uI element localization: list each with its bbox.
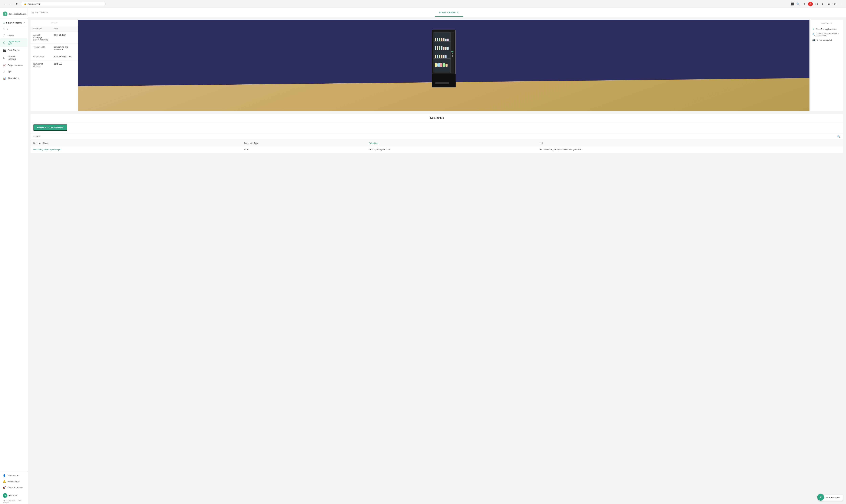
sidebar-item-api[interactable]: ≡ API [0, 69, 28, 75]
sidebar-item-edge-hardware[interactable]: 📈 Edge Hardware [0, 62, 28, 69]
download-icon[interactable]: ⬇ [820, 2, 825, 6]
svg-rect-20 [435, 55, 436, 58]
sidebar-item-label: Documentation [8, 486, 22, 489]
more-menu-icon[interactable]: ⋮ [839, 2, 843, 6]
svg-rect-19 [447, 47, 449, 50]
sidebar-item-vision-ai-software[interactable]: ⊡ Vision AI Software [0, 53, 28, 62]
url-text: app.percv.ai [28, 3, 40, 5]
rotation-icon: ✦ [812, 28, 814, 31]
sidebar-item-label: Vision AI Software [7, 55, 25, 60]
svg-rect-27 [437, 63, 440, 67]
sidebar-item-label: Home [8, 34, 14, 37]
value-cell: 0.5m x 0.15m [51, 32, 78, 43]
reload-button[interactable]: ↻ [14, 2, 19, 6]
svg-rect-7 [437, 38, 438, 41]
svg-rect-34 [451, 51, 453, 52]
zoom-hint: 🔍 Use mouse scroll wheel to zoom in/out [812, 33, 841, 37]
sidebar-item-home[interactable]: ⌂ Home [0, 32, 28, 38]
sidebar-toggle-icon[interactable]: ▣ [826, 2, 831, 6]
main-content: ⊞ DVT SPECS MODEL VIEWER ↻ SPECS [28, 8, 846, 504]
doc-uid-column: Uid [537, 140, 843, 146]
sidebar-item-label: Digital Vision Twin [8, 40, 25, 45]
doc-submitted-column[interactable]: Submitted ↓ [366, 140, 537, 146]
sidebar-bottom: 👤 My Account 🔔 Notifications 🚀 Documenta… [0, 471, 28, 492]
viewer-section: SPECS Parameter Value Area of Coverage (… [31, 20, 843, 111]
refresh-icon[interactable]: ↻ [6, 28, 8, 30]
data-engine-icon: 🎬 [3, 49, 6, 52]
specs-table: Parameter Value Area of Coverage (Width … [31, 26, 78, 70]
nav-buttons: ← → ↻ [3, 2, 19, 6]
param-cell: Type of Light [31, 43, 51, 53]
profile-icon[interactable]: 2 [808, 2, 813, 6]
sun-icon[interactable]: ☀ [3, 28, 5, 30]
project-selector[interactable]: ⬡ Smart-Vending ▼ [0, 20, 28, 26]
search-input[interactable] [33, 134, 836, 139]
tab-model-viewer[interactable]: MODEL VIEWER ↻ [435, 8, 463, 17]
forward-button[interactable]: → [8, 2, 13, 6]
help-button[interactable]: ? [817, 494, 824, 501]
svg-rect-36 [435, 82, 449, 84]
project-name: Smart-Vending [6, 21, 22, 24]
documents-search: 🔍 [31, 133, 843, 140]
user-profile[interactable]: d demo@iridalabs.com [0, 10, 28, 18]
notifications-icon: 🔔 [3, 480, 6, 483]
sidebar-item-label: Data Engine [8, 49, 20, 51]
tab-feedback-documents[interactable]: FEEDBACK DOCUMENTS [33, 124, 67, 131]
tab-bar: ⊞ DVT SPECS MODEL VIEWER ↻ [28, 8, 846, 17]
sidebar-item-label: Edge Hardware [8, 64, 23, 67]
section-icons: ☀ ↻ [0, 26, 28, 31]
app-logo: P PerCV.ai [0, 492, 28, 499]
ai-analytics-icon: 📊 [3, 77, 6, 80]
svg-point-33 [452, 55, 453, 57]
logo-icon: P [3, 493, 7, 498]
sidebar-item-my-account[interactable]: 👤 My Account [0, 473, 28, 479]
svg-rect-28 [440, 63, 443, 67]
value-column-header: Value [51, 26, 78, 32]
svg-rect-15 [439, 46, 440, 50]
edge-hardware-icon: 📈 [3, 64, 6, 67]
svg-rect-30 [446, 64, 448, 67]
sidebar-item-digital-vision-twin[interactable]: ⬡ Digital Vision Twin [0, 38, 28, 47]
back-button[interactable]: ← [3, 2, 7, 6]
extensions-icon[interactable]: ⬡ [814, 2, 819, 6]
logo-text: PerCV.ai [8, 494, 17, 497]
sidebar-item-ai-analytics[interactable]: 📊 AI Analytics [0, 75, 28, 82]
svg-rect-14 [437, 46, 438, 50]
snapshot-hint[interactable]: 📷 Create a snapshot [812, 39, 841, 41]
documents-table: Document Name Document Type Submitted ↓ [31, 140, 843, 153]
documentation-icon: 🚀 [3, 486, 6, 489]
doc-submitted-header: Submitted ↓ [369, 142, 534, 144]
api-icon: ≡ [3, 70, 6, 73]
browser-actions: ⬛ 🔍 ★ 2 ⬡ ⬇ ▣ 👁 ⋮ [790, 2, 843, 6]
user-email: demo@iridalabs.com [9, 13, 26, 15]
sidebar-item-label: API [8, 71, 11, 73]
svg-rect-13 [435, 46, 436, 50]
screen-capture-icon[interactable]: ⬛ [790, 2, 795, 6]
svg-rect-18 [445, 47, 447, 50]
bookmark-icon[interactable]: ★ [802, 2, 807, 6]
svg-rect-29 [443, 63, 445, 67]
sidebar-item-documentation[interactable]: 🚀 Documentation [0, 485, 28, 490]
sidebar-item-data-engine[interactable]: 🎬 Data Engine [0, 47, 28, 53]
param-cell: Area of Coverage (Width x Height) [31, 32, 51, 43]
svg-rect-16 [441, 46, 443, 50]
chevron-down-icon: ▼ [23, 22, 25, 24]
avatar: d [3, 12, 7, 16]
tab-dvt-specs[interactable]: ⊞ DVT SPECS [28, 8, 52, 17]
digital-vision-twin-icon: ⬡ [3, 41, 6, 44]
svg-rect-35 [432, 74, 456, 87]
eye-icon[interactable]: 👁 [832, 2, 837, 6]
copyright: © Irida Labs 2023. All rights reserved [0, 499, 28, 504]
sidebar: d demo@iridalabs.com ⬡ Smart-Vending ▼ ☀… [0, 8, 28, 504]
specs-header: SPECS [31, 20, 78, 26]
param-column-header: Parameter [31, 26, 51, 32]
doc-uid-header: Uid [540, 142, 841, 144]
table-row: Object Size0.2m x 0.6m x 0.2m [31, 53, 78, 60]
model-viewer-3d[interactable] [78, 20, 809, 111]
vision-ai-icon: ⊡ [3, 56, 6, 59]
svg-rect-21 [437, 55, 438, 58]
sidebar-item-notifications[interactable]: 🔔 Notifications [0, 479, 28, 485]
table-row: Area of Coverage (Width x Height)0.5m x … [31, 32, 78, 43]
address-bar[interactable]: 🔒 app.percv.ai [21, 2, 106, 6]
zoom-icon[interactable]: 🔍 [796, 2, 800, 6]
